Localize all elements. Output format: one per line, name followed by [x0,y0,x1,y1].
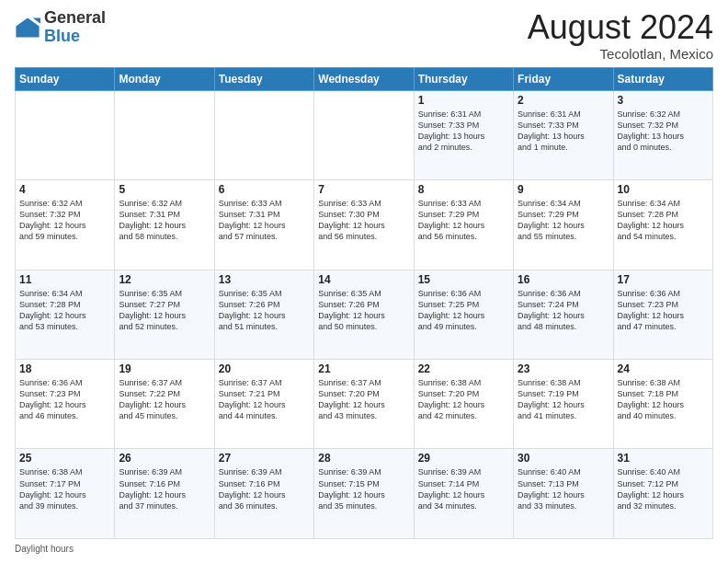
day-number: 28 [318,452,409,465]
calendar-cell: 1Sunrise: 6:31 AM Sunset: 7:33 PM Daylig… [414,90,513,179]
day-info: Sunrise: 6:38 AM Sunset: 7:19 PM Dayligh… [518,377,609,422]
day-number: 27 [219,452,310,465]
day-info: Sunrise: 6:31 AM Sunset: 7:33 PM Dayligh… [518,109,609,154]
day-info: Sunrise: 6:32 AM Sunset: 7:32 PM Dayligh… [19,198,110,243]
calendar-cell: 6Sunrise: 6:33 AM Sunset: 7:31 PM Daylig… [214,180,313,270]
calendar-cell: 17Sunrise: 6:36 AM Sunset: 7:23 PM Dayli… [613,270,712,359]
header: General Blue August 2024 Tecolotlan, Mex… [15,9,713,62]
calendar-cell: 26Sunrise: 6:39 AM Sunset: 7:16 PM Dayli… [115,449,214,539]
week-row-4: 18Sunrise: 6:36 AM Sunset: 7:23 PM Dayli… [16,360,713,449]
logo-blue: Blue [44,28,106,46]
day-info: Sunrise: 6:35 AM Sunset: 7:26 PM Dayligh… [219,288,310,333]
day-info: Sunrise: 6:40 AM Sunset: 7:12 PM Dayligh… [618,466,709,511]
page: General Blue August 2024 Tecolotlan, Mex… [0,0,728,563]
day-number: 11 [19,273,110,286]
day-number: 8 [418,183,509,196]
day-info: Sunrise: 6:39 AM Sunset: 7:16 PM Dayligh… [219,466,310,511]
day-info: Sunrise: 6:31 AM Sunset: 7:33 PM Dayligh… [418,109,509,154]
day-number: 14 [318,273,409,286]
calendar-cell: 12Sunrise: 6:35 AM Sunset: 7:27 PM Dayli… [115,270,214,359]
col-header-sunday: Sunday [16,67,115,90]
day-number: 21 [318,362,409,375]
calendar-cell: 28Sunrise: 6:39 AM Sunset: 7:15 PM Dayli… [314,449,414,539]
day-info: Sunrise: 6:33 AM Sunset: 7:31 PM Dayligh… [219,198,310,243]
calendar-cell: 4Sunrise: 6:32 AM Sunset: 7:32 PM Daylig… [16,180,115,270]
day-number: 9 [518,183,609,196]
logo-text: General Blue [44,9,106,46]
day-info: Sunrise: 6:32 AM Sunset: 7:31 PM Dayligh… [119,198,210,243]
logo-general: General [44,9,106,28]
day-number: 29 [418,452,509,465]
day-info: Sunrise: 6:34 AM Sunset: 7:29 PM Dayligh… [518,198,609,243]
col-header-tuesday: Tuesday [214,67,313,90]
calendar-cell: 19Sunrise: 6:37 AM Sunset: 7:22 PM Dayli… [115,360,214,449]
day-info: Sunrise: 6:32 AM Sunset: 7:32 PM Dayligh… [618,109,709,154]
calendar-table: SundayMondayTuesdayWednesdayThursdayFrid… [15,67,713,539]
week-row-3: 11Sunrise: 6:34 AM Sunset: 7:28 PM Dayli… [16,270,713,359]
calendar-cell [16,90,115,179]
day-info: Sunrise: 6:37 AM Sunset: 7:22 PM Dayligh… [119,377,210,422]
day-number: 30 [518,452,609,465]
day-number: 24 [618,362,709,375]
day-number: 23 [518,362,609,375]
day-info: Sunrise: 6:36 AM Sunset: 7:23 PM Dayligh… [618,288,709,333]
day-number: 20 [219,362,310,375]
col-header-monday: Monday [115,67,214,90]
day-number: 31 [618,452,709,465]
calendar-cell: 20Sunrise: 6:37 AM Sunset: 7:21 PM Dayli… [214,360,313,449]
calendar-cell: 14Sunrise: 6:35 AM Sunset: 7:26 PM Dayli… [314,270,414,359]
calendar-cell [314,90,414,179]
day-number: 1 [418,94,509,107]
day-number: 17 [618,273,709,286]
calendar-cell: 16Sunrise: 6:36 AM Sunset: 7:24 PM Dayli… [514,270,613,359]
day-number: 18 [19,362,110,375]
day-info: Sunrise: 6:37 AM Sunset: 7:20 PM Dayligh… [318,377,409,422]
day-number: 2 [518,94,609,107]
day-number: 4 [19,183,110,196]
day-info: Sunrise: 6:37 AM Sunset: 7:21 PM Dayligh… [219,377,310,422]
day-info: Sunrise: 6:39 AM Sunset: 7:16 PM Dayligh… [119,466,210,511]
day-info: Sunrise: 6:33 AM Sunset: 7:30 PM Dayligh… [318,198,409,243]
calendar-cell: 31Sunrise: 6:40 AM Sunset: 7:12 PM Dayli… [613,449,712,539]
day-info: Sunrise: 6:35 AM Sunset: 7:26 PM Dayligh… [318,288,409,333]
day-number: 6 [219,183,310,196]
calendar-cell: 7Sunrise: 6:33 AM Sunset: 7:30 PM Daylig… [314,180,414,270]
title-block: August 2024 Tecolotlan, Mexico [528,9,713,62]
day-number: 12 [119,273,210,286]
calendar-cell: 24Sunrise: 6:38 AM Sunset: 7:18 PM Dayli… [613,360,712,449]
day-info: Sunrise: 6:38 AM Sunset: 7:18 PM Dayligh… [618,377,709,422]
daylight-hours-label: Daylight hours [15,544,74,554]
day-info: Sunrise: 6:36 AM Sunset: 7:24 PM Dayligh… [518,288,609,333]
calendar-cell: 23Sunrise: 6:38 AM Sunset: 7:19 PM Dayli… [514,360,613,449]
logo-icon [15,15,40,40]
calendar-cell: 21Sunrise: 6:37 AM Sunset: 7:20 PM Dayli… [314,360,414,449]
week-row-2: 4Sunrise: 6:32 AM Sunset: 7:32 PM Daylig… [16,180,713,270]
calendar-header-row: SundayMondayTuesdayWednesdayThursdayFrid… [16,67,713,90]
day-number: 15 [418,273,509,286]
day-number: 25 [19,452,110,465]
calendar-cell: 25Sunrise: 6:38 AM Sunset: 7:17 PM Dayli… [16,449,115,539]
calendar-cell: 9Sunrise: 6:34 AM Sunset: 7:29 PM Daylig… [514,180,613,270]
calendar-cell: 3Sunrise: 6:32 AM Sunset: 7:32 PM Daylig… [613,90,712,179]
footer: Daylight hours [15,544,713,554]
day-info: Sunrise: 6:33 AM Sunset: 7:29 PM Dayligh… [418,198,509,243]
day-info: Sunrise: 6:38 AM Sunset: 7:20 PM Dayligh… [418,377,509,422]
day-number: 3 [618,94,709,107]
calendar-cell: 18Sunrise: 6:36 AM Sunset: 7:23 PM Dayli… [16,360,115,449]
day-number: 10 [618,183,709,196]
calendar-cell [214,90,313,179]
calendar-cell [115,90,214,179]
day-info: Sunrise: 6:39 AM Sunset: 7:14 PM Dayligh… [418,466,509,511]
day-number: 22 [418,362,509,375]
day-number: 16 [518,273,609,286]
calendar-cell: 10Sunrise: 6:34 AM Sunset: 7:28 PM Dayli… [613,180,712,270]
day-info: Sunrise: 6:36 AM Sunset: 7:23 PM Dayligh… [19,377,110,422]
day-number: 26 [119,452,210,465]
calendar-cell: 13Sunrise: 6:35 AM Sunset: 7:26 PM Dayli… [214,270,313,359]
day-info: Sunrise: 6:40 AM Sunset: 7:13 PM Dayligh… [518,466,609,511]
day-info: Sunrise: 6:36 AM Sunset: 7:25 PM Dayligh… [418,288,509,333]
calendar-cell: 8Sunrise: 6:33 AM Sunset: 7:29 PM Daylig… [414,180,513,270]
calendar-cell: 2Sunrise: 6:31 AM Sunset: 7:33 PM Daylig… [514,90,613,179]
week-row-1: 1Sunrise: 6:31 AM Sunset: 7:33 PM Daylig… [16,90,713,179]
col-header-thursday: Thursday [414,67,513,90]
